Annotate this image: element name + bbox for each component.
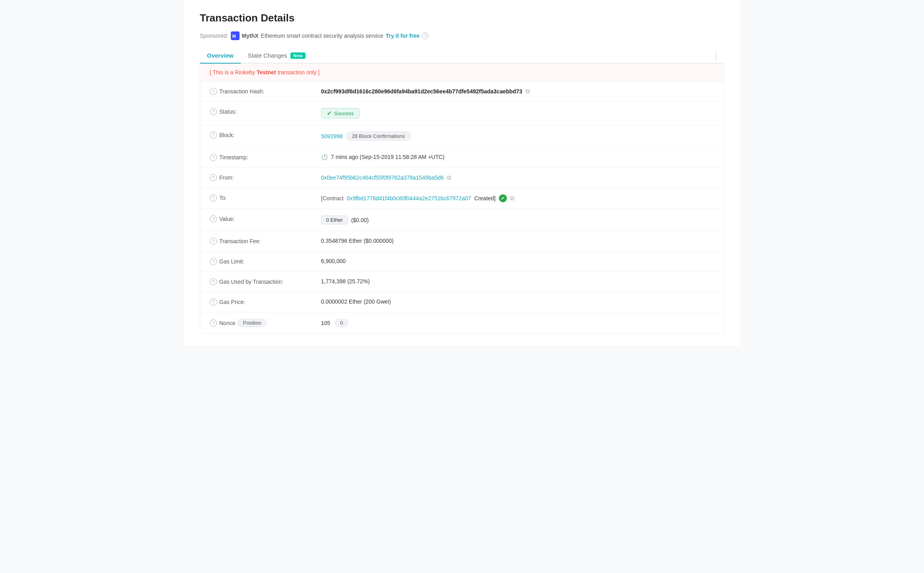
value-label-text: Value: [219,216,235,222]
status-value: ✔ Success [321,108,714,118]
gas-limit-label: ? Gas Limit: [210,258,313,265]
gas-used-label: ? Gas Used by Transaction: [210,278,313,285]
nonce-number: 105 [321,320,330,326]
block-help-icon[interactable]: ? [210,132,217,139]
status-badge: ✔ Success [321,108,360,118]
status-label-text: Status: [219,108,237,115]
tx-fee-text: 0.3548796 Ether ($0.000000) [321,238,394,244]
try-link[interactable]: Try it for free [386,33,420,39]
status-label: ? Status: [210,108,313,115]
new-badge: New [290,52,305,59]
status-help-icon[interactable]: ? [210,108,217,115]
contract-verified-icon: ✔ [499,194,507,202]
testnet-label: Testnet [257,69,276,75]
nonce-label: ? Nonce Position [210,319,313,327]
more-options-icon[interactable]: ⋮ [708,48,724,63]
tx-hash-label: ? Transaction Hash: [210,88,313,95]
value-field: 0 Ether ($0.00) [321,215,714,225]
timestamp-row: ? Timestamp: 🕐 7 mins ago (Sep-15-2019 1… [200,147,724,168]
to-label-text: To: [219,195,227,201]
confirmations-pill: 28 Block Confirmations [346,132,411,141]
timestamp-value: 🕐 7 mins ago (Sep-15-2019 11:58:28 AM +U… [321,154,714,160]
mythx-logo-icon: M [231,31,240,40]
tx-hash-copy-icon[interactable]: ⧉ [526,88,530,95]
rinkeby-banner: [ This is a Rinkeby Testnet transaction … [200,64,724,81]
block-value: 5093998 28 Block Confirmations [321,132,714,141]
position-pill-label: Position [238,319,266,327]
value-row: ? Value: 0 Ether ($0.00) [200,209,724,231]
content-box: [ This is a Rinkeby Testnet transaction … [200,64,724,334]
block-row: ? Block: 5093998 28 Block Confirmations [200,125,724,147]
tx-hash-row: ? Transaction Hash: 0x2cf993df6d1616c280… [200,81,724,102]
page-title: Transaction Details [200,12,724,24]
page-container: Transaction Details Sponsored: M MythX E… [184,0,740,346]
nonce-label-text: Nonce [219,320,235,326]
gas-used-value: 1,774,398 (25.72%) [321,278,714,285]
position-value-badge: 0 [335,319,348,327]
block-label: ? Block: [210,132,313,139]
sponsored-label: Sponsored: [200,33,228,39]
tx-fee-row: ? Transaction Fee: 0.3548796 Ether ($0.0… [200,231,724,252]
timestamp-help-icon[interactable]: ? [210,154,217,161]
tx-hash-help-icon[interactable]: ? [210,88,217,95]
to-copy-icon[interactable]: ⧉ [510,195,514,202]
tab-overview-label: Overview [207,52,234,59]
from-value: 0x0ee74f95b62c464cf55f0f9762a378a1549ba5… [321,174,714,181]
status-row: ? Status: ✔ Success [200,102,724,125]
gas-price-text: 0.0000002 Ether (200 Gwei) [321,298,391,305]
to-value: [Contract 0x9fbd1776d41f4b0c80f0444a2e27… [321,194,714,202]
gas-limit-help-icon[interactable]: ? [210,258,217,265]
gas-price-label-text: Gas Price: [219,299,245,305]
contract-suffix: Created] [474,195,496,201]
mythx-brand: MythX [242,33,259,39]
gas-limit-value: 6,900,000 [321,258,714,264]
value-help-icon[interactable]: ? [210,215,217,223]
tab-overview[interactable]: Overview [200,48,241,64]
svg-text:M: M [232,34,236,39]
from-copy-icon[interactable]: ⧉ [447,174,451,181]
block-number-link[interactable]: 5093998 [321,133,343,139]
nonce-help-icon[interactable]: ? [210,319,217,327]
to-row: ? To: [Contract 0x9fbd1776d41f4b0c80f044… [200,188,724,209]
tx-fee-label-text: Transaction Fee: [219,238,261,244]
block-label-text: Block: [219,132,234,138]
tx-fee-help-icon[interactable]: ? [210,238,217,245]
to-help-icon[interactable]: ? [210,194,217,201]
nonce-row: ? Nonce Position 105 0 [200,312,724,333]
from-help-icon[interactable]: ? [210,174,217,181]
tab-state-changes[interactable]: State Changes New [241,48,313,64]
to-label: ? To: [210,194,313,201]
tab-state-changes-label: State Changes [248,52,287,59]
sponsored-bar: Sponsored: M MythX Ethereum smart contra… [200,31,724,40]
tabs-bar: Overview State Changes New ⋮ [200,48,724,64]
clock-icon: 🕐 [321,154,328,160]
from-row: ? From: 0x0ee74f95b62c464cf55f0f9762a378… [200,168,724,188]
gas-limit-text: 6,900,000 [321,258,346,264]
tx-hash-text: 0x2cf993df6d1616c280e96d6fa94ba91d2ec56e… [321,88,522,95]
tx-fee-label: ? Transaction Fee: [210,238,313,245]
gas-price-row: ? Gas Price: 0.0000002 Ether (200 Gwei) [200,292,724,312]
timestamp-label: ? Timestamp: [210,154,313,161]
ether-value-pill: 0 Ether [321,215,348,225]
gas-used-text: 1,774,398 (25.72%) [321,278,370,285]
gas-price-help-icon[interactable]: ? [210,298,217,306]
timestamp-text: 7 mins ago (Sep-15-2019 11:58:28 AM +UTC… [331,154,445,160]
usd-value: ($0.00) [351,217,369,223]
status-text: Success [334,110,354,116]
to-contract-address-link[interactable]: 0x9fbd1776d41f4b0c80f0444a2e2751bc67972a… [347,195,471,201]
status-check-icon: ✔ [327,110,332,116]
gas-limit-row: ? Gas Limit: 6,900,000 [200,252,724,272]
gas-used-help-icon[interactable]: ? [210,278,217,285]
gas-used-row: ? Gas Used by Transaction: 1,774,398 (25… [200,272,724,292]
timestamp-label-text: Timestamp: [219,154,248,161]
tx-fee-value: 0.3548796 Ether ($0.000000) [321,238,714,244]
from-label: ? From: [210,174,313,181]
value-label: ? Value: [210,215,313,223]
from-address-link[interactable]: 0x0ee74f95b62c464cf55f0f9762a378a1549ba5… [321,174,444,181]
gas-used-label-text: Gas Used by Transaction: [219,279,283,285]
nonce-value: 105 0 [321,319,714,327]
tx-hash-value: 0x2cf993df6d1616c280e96d6fa94ba91d2ec56e… [321,88,714,95]
from-label-text: From: [219,174,234,181]
gas-limit-label-text: Gas Limit: [219,258,244,265]
info-icon[interactable]: i [422,33,428,39]
